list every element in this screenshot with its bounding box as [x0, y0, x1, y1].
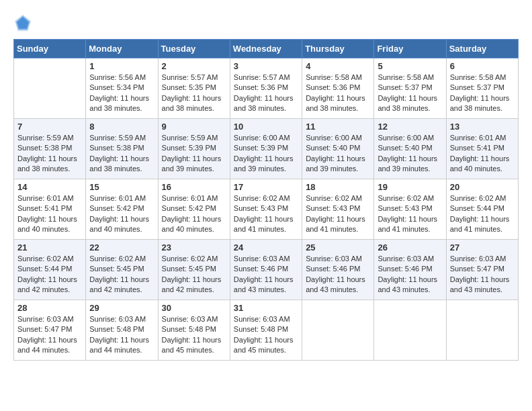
cell-info: Sunrise: 6:02 AMSunset: 5:44 PMDaylight:… — [17, 254, 82, 295]
calendar-cell: 10Sunrise: 6:00 AMSunset: 5:39 PMDayligh… — [230, 119, 302, 179]
day-number: 1 — [89, 61, 154, 71]
calendar-cell: 20Sunrise: 6:02 AMSunset: 5:44 PMDayligh… — [446, 179, 518, 240]
day-number: 23 — [162, 242, 226, 253]
calendar-cell: 19Sunrise: 6:02 AMSunset: 5:43 PMDayligh… — [374, 179, 446, 240]
calendar-cell: 18Sunrise: 6:02 AMSunset: 5:43 PMDayligh… — [302, 179, 374, 240]
calendar-cell: 3Sunrise: 5:57 AMSunset: 5:36 PMDaylight… — [230, 58, 302, 119]
calendar-cell: 12Sunrise: 6:00 AMSunset: 5:40 PMDayligh… — [374, 119, 446, 179]
cell-info: Sunrise: 5:59 AMSunset: 5:38 PMDaylight:… — [17, 133, 82, 175]
calendar-table: SundayMondayTuesdayWednesdayThursdayFrid… — [13, 39, 519, 361]
day-number: 5 — [378, 61, 442, 71]
day-header-tuesday: Tuesday — [158, 40, 230, 58]
day-number: 10 — [234, 122, 298, 132]
calendar-cell: 23Sunrise: 6:02 AMSunset: 5:45 PMDayligh… — [158, 240, 230, 300]
day-header-wednesday: Wednesday — [230, 40, 302, 58]
cell-info: Sunrise: 5:58 AMSunset: 5:37 PMDaylight:… — [450, 73, 515, 114]
calendar-cell: 30Sunrise: 6:03 AMSunset: 5:48 PMDayligh… — [158, 300, 230, 361]
calendar-cell: 14Sunrise: 6:01 AMSunset: 5:41 PMDayligh… — [14, 179, 86, 240]
day-number: 17 — [234, 182, 298, 192]
day-number: 9 — [162, 122, 226, 132]
calendar-header-row: SundayMondayTuesdayWednesdayThursdayFrid… — [14, 40, 519, 58]
cell-info: Sunrise: 6:01 AMSunset: 5:41 PMDaylight:… — [450, 133, 515, 175]
cell-info: Sunrise: 6:02 AMSunset: 5:45 PMDaylight:… — [162, 254, 226, 295]
day-number: 24 — [234, 242, 298, 253]
cell-info: Sunrise: 6:03 AMSunset: 5:46 PMDaylight:… — [306, 254, 370, 295]
calendar-cell: 5Sunrise: 5:58 AMSunset: 5:37 PMDaylight… — [374, 58, 446, 119]
cell-info: Sunrise: 6:02 AMSunset: 5:43 PMDaylight:… — [234, 193, 298, 235]
day-number: 29 — [89, 303, 154, 313]
calendar-cell: 15Sunrise: 6:01 AMSunset: 5:42 PMDayligh… — [86, 179, 158, 240]
cell-info: Sunrise: 6:02 AMSunset: 5:44 PMDaylight:… — [450, 193, 515, 235]
cell-info: Sunrise: 6:02 AMSunset: 5:43 PMDaylight:… — [378, 193, 442, 235]
calendar-cell: 2Sunrise: 5:57 AMSunset: 5:35 PMDaylight… — [158, 58, 230, 119]
cell-info: Sunrise: 6:01 AMSunset: 5:42 PMDaylight:… — [89, 193, 154, 235]
day-header-saturday: Saturday — [446, 40, 518, 58]
cell-info: Sunrise: 5:59 AMSunset: 5:38 PMDaylight:… — [89, 133, 154, 175]
day-header-friday: Friday — [374, 40, 446, 58]
calendar-cell: 9Sunrise: 5:59 AMSunset: 5:39 PMDaylight… — [158, 119, 230, 179]
calendar-cell: 1Sunrise: 5:56 AMSunset: 5:34 PMDaylight… — [86, 58, 158, 119]
day-number: 22 — [89, 242, 154, 253]
cell-info: Sunrise: 5:58 AMSunset: 5:37 PMDaylight:… — [378, 73, 442, 114]
calendar-week-row: 21Sunrise: 6:02 AMSunset: 5:44 PMDayligh… — [14, 240, 519, 300]
cell-info: Sunrise: 6:00 AMSunset: 5:40 PMDaylight:… — [306, 133, 370, 175]
day-number: 25 — [306, 242, 370, 253]
calendar-cell: 29Sunrise: 6:03 AMSunset: 5:48 PMDayligh… — [86, 300, 158, 361]
day-number: 2 — [162, 61, 226, 71]
calendar-cell: 6Sunrise: 5:58 AMSunset: 5:37 PMDaylight… — [446, 58, 518, 119]
calendar-cell: 28Sunrise: 6:03 AMSunset: 5:47 PMDayligh… — [14, 300, 86, 361]
cell-info: Sunrise: 5:57 AMSunset: 5:36 PMDaylight:… — [234, 73, 298, 114]
cell-info: Sunrise: 6:01 AMSunset: 5:41 PMDaylight:… — [17, 193, 82, 235]
cell-info: Sunrise: 6:02 AMSunset: 5:45 PMDaylight:… — [89, 254, 154, 295]
day-number: 4 — [306, 61, 370, 71]
day-number: 31 — [234, 303, 298, 313]
cell-info: Sunrise: 6:01 AMSunset: 5:42 PMDaylight:… — [162, 193, 226, 235]
day-number: 12 — [378, 122, 442, 132]
day-number: 27 — [450, 242, 515, 253]
day-number: 11 — [306, 122, 370, 132]
cell-info: Sunrise: 6:00 AMSunset: 5:40 PMDaylight:… — [378, 133, 442, 175]
day-number: 13 — [450, 122, 515, 132]
cell-info: Sunrise: 6:03 AMSunset: 5:48 PMDaylight:… — [162, 314, 226, 356]
calendar-cell: 21Sunrise: 6:02 AMSunset: 5:44 PMDayligh… — [14, 240, 86, 300]
calendar-cell — [446, 300, 518, 361]
calendar-cell — [14, 58, 86, 119]
calendar-cell: 16Sunrise: 6:01 AMSunset: 5:42 PMDayligh… — [158, 179, 230, 240]
day-number: 7 — [17, 122, 82, 132]
page-header — [13, 13, 519, 32]
calendar-cell: 31Sunrise: 6:03 AMSunset: 5:48 PMDayligh… — [230, 300, 302, 361]
day-number: 8 — [89, 122, 154, 132]
cell-info: Sunrise: 5:59 AMSunset: 5:39 PMDaylight:… — [162, 133, 226, 175]
calendar-cell: 25Sunrise: 6:03 AMSunset: 5:46 PMDayligh… — [302, 240, 374, 300]
calendar-cell: 11Sunrise: 6:00 AMSunset: 5:40 PMDayligh… — [302, 119, 374, 179]
day-header-monday: Monday — [86, 40, 158, 58]
logo-icon — [13, 13, 32, 32]
cell-info: Sunrise: 6:03 AMSunset: 5:47 PMDaylight:… — [450, 254, 515, 295]
day-number: 6 — [450, 61, 515, 71]
cell-info: Sunrise: 6:03 AMSunset: 5:48 PMDaylight:… — [89, 314, 154, 356]
calendar-cell: 22Sunrise: 6:02 AMSunset: 5:45 PMDayligh… — [86, 240, 158, 300]
calendar-cell: 26Sunrise: 6:03 AMSunset: 5:46 PMDayligh… — [374, 240, 446, 300]
cell-info: Sunrise: 5:56 AMSunset: 5:34 PMDaylight:… — [89, 73, 154, 114]
calendar-cell: 7Sunrise: 5:59 AMSunset: 5:38 PMDaylight… — [14, 119, 86, 179]
day-number: 19 — [378, 182, 442, 192]
cell-info: Sunrise: 5:58 AMSunset: 5:36 PMDaylight:… — [306, 73, 370, 114]
calendar-week-row: 7Sunrise: 5:59 AMSunset: 5:38 PMDaylight… — [14, 119, 519, 179]
calendar-cell — [374, 300, 446, 361]
cell-info: Sunrise: 6:03 AMSunset: 5:47 PMDaylight:… — [17, 314, 82, 356]
day-number: 3 — [234, 61, 298, 71]
day-number: 15 — [89, 182, 154, 192]
calendar-week-row: 28Sunrise: 6:03 AMSunset: 5:47 PMDayligh… — [14, 300, 519, 361]
day-number: 21 — [17, 242, 82, 253]
calendar-cell: 13Sunrise: 6:01 AMSunset: 5:41 PMDayligh… — [446, 119, 518, 179]
cell-info: Sunrise: 6:03 AMSunset: 5:46 PMDaylight:… — [234, 254, 298, 295]
calendar-cell: 17Sunrise: 6:02 AMSunset: 5:43 PMDayligh… — [230, 179, 302, 240]
cell-info: Sunrise: 6:02 AMSunset: 5:43 PMDaylight:… — [306, 193, 370, 235]
cell-info: Sunrise: 5:57 AMSunset: 5:35 PMDaylight:… — [162, 73, 226, 114]
day-number: 26 — [378, 242, 442, 253]
day-number: 28 — [17, 303, 82, 313]
day-number: 20 — [450, 182, 515, 192]
cell-info: Sunrise: 6:00 AMSunset: 5:39 PMDaylight:… — [234, 133, 298, 175]
logo — [13, 13, 35, 32]
calendar-cell — [302, 300, 374, 361]
